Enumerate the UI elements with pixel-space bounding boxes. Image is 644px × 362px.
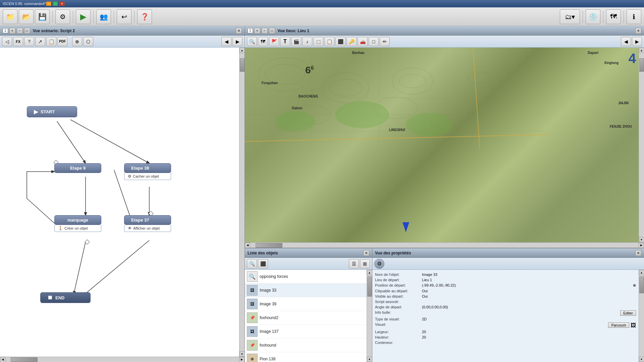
map-tool-shape[interactable]: □ bbox=[369, 37, 379, 46]
map-restore[interactable]: □ bbox=[269, 28, 275, 34]
browse-visuel-button[interactable]: Parcourir bbox=[608, 322, 629, 328]
open-folder-button[interactable]: 📁 bbox=[3, 9, 17, 24]
properties-gear-icon[interactable]: ⚙ bbox=[374, 259, 384, 269]
scenario-close[interactable]: ✕ bbox=[236, 28, 242, 34]
map-tool-flag[interactable]: 🚩 bbox=[269, 37, 279, 46]
etape38-node[interactable]: Etape 38 ⚙ Cacher un objet bbox=[124, 163, 171, 180]
properties-vscrollbar[interactable]: ▲ ▼ bbox=[639, 270, 644, 362]
select-tool[interactable]: ◁ bbox=[2, 37, 12, 46]
scenario-hscroll-thumb[interactable] bbox=[11, 357, 38, 362]
objects-close[interactable]: ✕ bbox=[363, 250, 369, 256]
save-alt-button[interactable]: 💿 bbox=[586, 9, 600, 24]
obj-item-pion138[interactable]: ⊕ Pion 138 bbox=[245, 352, 367, 362]
map-nav-forward[interactable]: ▶ bbox=[632, 37, 642, 46]
map-scroll-up[interactable]: ▲ bbox=[639, 48, 644, 53]
map-tool-pencil[interactable]: ✏ bbox=[380, 37, 390, 46]
scenario-scroll-right[interactable]: ▶ bbox=[239, 357, 245, 362]
edit-infobulle-button[interactable]: Editer bbox=[620, 310, 636, 316]
map-tool-search[interactable]: 🔍 bbox=[247, 37, 257, 46]
settings-button[interactable]: ⚙ bbox=[55, 9, 70, 24]
start-node[interactable]: ▶ START bbox=[27, 106, 77, 117]
prop-label-largeur: Largeur: bbox=[375, 330, 422, 334]
obj-item-foxhound[interactable]: 📌 foxhound bbox=[245, 339, 367, 352]
obj-item-image137[interactable]: 🖼 Image 137 bbox=[245, 325, 367, 339]
map-vscrollbar[interactable]: ▲ ▼ bbox=[639, 48, 644, 242]
map-zoom-in[interactable]: + bbox=[254, 28, 260, 34]
etape9-node[interactable]: Etape 9 bbox=[54, 163, 101, 173]
help-tool[interactable]: ? bbox=[24, 37, 34, 46]
map-tool-notes[interactable]: 📋 bbox=[324, 37, 334, 46]
properties-scroll-thumb[interactable] bbox=[639, 277, 644, 293]
scenario-zoom-out[interactable]: − bbox=[17, 28, 23, 34]
nav-forward-tool[interactable]: ▶ bbox=[232, 37, 243, 46]
properties-scroll-down[interactable]: ▼ bbox=[639, 357, 644, 362]
help-button[interactable]: ❓ bbox=[137, 9, 152, 24]
map-view-button[interactable]: 🗺 bbox=[606, 9, 621, 24]
properties-close[interactable]: ✕ bbox=[635, 250, 641, 256]
map-hscroll-thumb[interactable] bbox=[256, 243, 282, 248]
map-tool-vehicle[interactable]: 🚗 bbox=[358, 37, 368, 46]
map-tool-map[interactable]: 🗺 bbox=[258, 37, 268, 46]
pdf-tool[interactable]: PDF bbox=[57, 37, 67, 46]
file-manager-button[interactable]: 🗂▾ bbox=[560, 9, 580, 24]
objects-scroll-thumb[interactable] bbox=[367, 277, 372, 297]
scenario-scroll-up[interactable]: ▲ bbox=[239, 48, 245, 53]
map-scroll-right[interactable]: ▶ bbox=[639, 243, 644, 248]
properties-scroll-up[interactable]: ▲ bbox=[639, 270, 644, 275]
objects-scroll-down[interactable]: ▼ bbox=[367, 357, 372, 362]
nav-back-tool[interactable]: ◀ bbox=[221, 37, 231, 46]
info-button[interactable]: ℹ bbox=[627, 9, 641, 24]
marquage-node[interactable]: marquage 🚶 Créer un objet bbox=[54, 215, 101, 232]
close-button[interactable]: ✕ bbox=[59, 1, 65, 6]
scenario-vscrollbar[interactable]: ▲ ▼ bbox=[239, 48, 245, 357]
objects-view-grid[interactable]: ⊞ bbox=[360, 259, 370, 268]
end-node[interactable]: ⏹ END bbox=[40, 292, 91, 303]
map-tool-cube[interactable]: ⬛ bbox=[335, 37, 345, 46]
objects-tool-1[interactable]: 🔍 bbox=[247, 259, 257, 268]
scenario-canvas[interactable]: ▶ START Etape 9 Etape 38 ⚙ bbox=[0, 48, 239, 357]
scenario-hscrollbar[interactable]: ◀ ▶ bbox=[0, 357, 245, 362]
minimize-button[interactable]: ─ bbox=[46, 1, 51, 6]
visuel-icon[interactable]: 🖼 bbox=[631, 322, 636, 328]
objects-view-list[interactable]: ☰ bbox=[349, 259, 359, 268]
users-button[interactable]: 👥 bbox=[96, 9, 111, 24]
fx-tool[interactable]: FX bbox=[13, 37, 23, 46]
map-scroll-left[interactable]: ◀ bbox=[245, 243, 250, 248]
open-file-button[interactable]: 📂 bbox=[19, 9, 34, 24]
objects-scroll-up[interactable]: ▲ bbox=[367, 270, 372, 275]
prop-label-infobulle: Info bulle: bbox=[375, 310, 422, 314]
undo-button[interactable]: ↩ bbox=[117, 9, 131, 24]
map-scroll-thumb[interactable] bbox=[639, 58, 644, 72]
box3d-tool[interactable]: ⬡ bbox=[83, 37, 93, 46]
map-tool-text[interactable]: T bbox=[280, 37, 290, 46]
etape37-node[interactable]: Etape 37 👁 Afficher un objet bbox=[124, 215, 171, 232]
cursor-tool[interactable]: ↗ bbox=[35, 37, 45, 46]
insert-tool[interactable]: ⊕ bbox=[72, 37, 82, 46]
obj-item-foxhound2[interactable]: 📌 foxhound2 bbox=[245, 311, 367, 325]
scenario-restore[interactable]: □ bbox=[24, 28, 30, 34]
map-nav-back[interactable]: ◀ bbox=[621, 37, 631, 46]
map-tool-film[interactable]: 🎬 bbox=[291, 37, 301, 46]
scenario-scroll-down[interactable]: ▼ bbox=[239, 351, 245, 357]
scenario-zoom-in[interactable]: + bbox=[9, 28, 15, 34]
map-scroll-down[interactable]: ▼ bbox=[639, 237, 644, 242]
play-button[interactable]: ▶ bbox=[76, 9, 91, 24]
scenario-scroll-thumb[interactable] bbox=[240, 58, 245, 72]
map-tool-select[interactable]: ⬚ bbox=[313, 37, 323, 46]
obj-item-image39[interactable]: 🖼 Image 39 bbox=[245, 297, 367, 311]
scenario-scroll-left[interactable]: ◀ bbox=[0, 357, 5, 362]
obj-item-image33[interactable]: 🖼 Image 33 bbox=[245, 284, 367, 297]
map-hscrollbar[interactable]: ◀ ▶ bbox=[245, 242, 644, 248]
obj-item-opposing-forces[interactable]: 🔍 opposing forces bbox=[245, 270, 367, 284]
save-button[interactable]: 💾 bbox=[35, 9, 50, 24]
map-tool-key[interactable]: 🔑 bbox=[346, 37, 357, 46]
objects-vscrollbar[interactable]: ▲ ▼ bbox=[367, 270, 372, 362]
position-copy-icon[interactable]: ⊕ bbox=[633, 283, 636, 288]
map-canvas[interactable]: Fongshan BAOCHENG Dabon LINGSHUI Dapart … bbox=[245, 48, 639, 242]
notepad-tool[interactable]: 📋 bbox=[46, 37, 56, 46]
maximize-button[interactable]: □ bbox=[53, 1, 58, 6]
objects-tool-2[interactable]: ⬛ bbox=[258, 259, 268, 268]
map-tool-music[interactable]: ♪ bbox=[302, 37, 312, 46]
map-close[interactable]: ✕ bbox=[635, 28, 641, 34]
map-zoom-out[interactable]: − bbox=[262, 28, 268, 34]
